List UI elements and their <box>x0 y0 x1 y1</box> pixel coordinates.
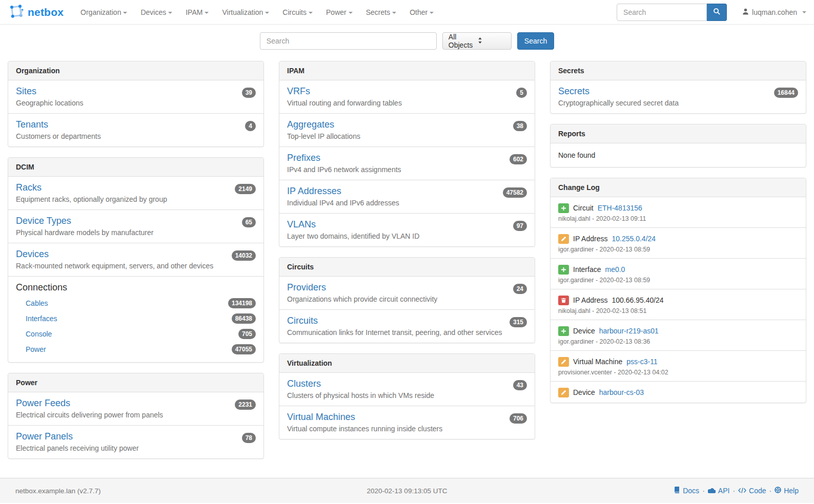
object-link[interactable]: 10.255.0.4/24 <box>612 233 656 244</box>
count-badge: 14032 <box>232 250 256 261</box>
pencil-icon <box>558 388 569 397</box>
count-badge: 97 <box>513 221 527 231</box>
changelog-line: IP Address 100.66.95.40/24 <box>558 295 798 306</box>
object-link[interactable]: harbour-r219-as01 <box>599 325 659 337</box>
object-link[interactable]: pss-c3-11 <box>626 356 657 367</box>
panel-dcim: DCIM Racks 2149 Equipment racks, optiona… <box>8 157 264 363</box>
menu-organization[interactable]: Organization <box>74 1 134 24</box>
item-description: Clusters of physical hosts in which VMs … <box>287 390 527 401</box>
changelog-meta: nikolaj.dahl - 2020-02-13 09:11 <box>558 215 798 222</box>
vrfs-link[interactable]: VRFs <box>287 86 310 97</box>
console-link[interactable]: Console <box>26 330 52 338</box>
object-link[interactable]: me0.0 <box>605 264 625 275</box>
navbar-right: luqman.cohen <box>617 4 806 21</box>
list-item-aggregates: Aggregates 38 Top-level IP allocations <box>279 113 535 146</box>
cables-link[interactable]: Cables <box>26 299 48 307</box>
list-item-device-types: Device Types 65 Physical hardware models… <box>8 209 263 243</box>
menu-secrets[interactable]: Secrets <box>359 1 403 24</box>
global-search-input[interactable] <box>260 32 437 50</box>
power-connections-link[interactable]: Power <box>26 345 46 353</box>
changelog-entry: IP Address 100.66.95.40/24 nikolaj.dahl … <box>551 289 806 320</box>
list-item-circuits: Circuits 315 Communication links for Int… <box>279 309 535 343</box>
count-badge: 43 <box>513 380 527 390</box>
panel-heading-power: Power <box>8 373 263 392</box>
book-icon <box>674 487 680 495</box>
object-link[interactable]: harbour-cs-03 <box>599 387 644 398</box>
item-description: Virtual routing and forwarding tables <box>287 98 527 108</box>
list-item-sites: Sites 39 Geographic locations <box>8 80 263 113</box>
panel-heading-dcim: DCIM <box>8 158 263 177</box>
item-description: Cryptographically secured secret data <box>558 98 798 108</box>
list-item-prefixes: Prefixes 602 IPv4 and IPv6 network assig… <box>279 146 535 180</box>
power-feeds-link[interactable]: Power Feeds <box>16 397 70 409</box>
changelog-meta: nikolaj.dahl - 2020-02-13 08:51 <box>558 307 798 314</box>
menu-power[interactable]: Power <box>319 1 359 24</box>
item-description: Electrical circuits delivering power fro… <box>16 410 256 420</box>
count-badge: 134198 <box>228 298 256 308</box>
menu-other[interactable]: Other <box>403 1 440 24</box>
chevron-down-icon <box>123 12 127 14</box>
providers-link[interactable]: Providers <box>287 282 326 293</box>
list-item-power-panels: Power Panels 78 Electrical panels receiv… <box>8 425 263 458</box>
aggregates-link[interactable]: Aggregates <box>287 119 334 130</box>
api-link[interactable]: API <box>708 487 730 495</box>
count-badge: 86438 <box>232 313 256 324</box>
changelog-meta: igor.gardiner - 2020-02-13 08:36 <box>558 338 798 345</box>
netbox-logo[interactable]: netbox <box>8 3 64 21</box>
object-type: IP Address <box>573 233 607 244</box>
secrets-link[interactable]: Secrets <box>558 86 589 97</box>
menu-circuits[interactable]: Circuits <box>276 1 319 24</box>
chevron-down-icon <box>309 12 313 14</box>
global-search-bar: All Objects Search <box>0 25 814 61</box>
navbar-search-input[interactable] <box>617 4 707 21</box>
power-panels-link[interactable]: Power Panels <box>16 431 73 442</box>
panel-changelog: Change Log Circuit ETH-4813156 nikolaj.d… <box>550 178 806 403</box>
separator: · <box>732 487 735 495</box>
separator: · <box>702 487 705 495</box>
virtual-machines-link[interactable]: Virtual Machines <box>287 411 355 423</box>
code-link[interactable]: Code <box>738 487 766 495</box>
count-badge: 4 <box>245 121 256 131</box>
devices-link[interactable]: Devices <box>16 248 49 260</box>
global-search-button[interactable]: Search <box>517 32 554 50</box>
item-description: Customers or departments <box>16 131 256 141</box>
separator: · <box>769 487 772 495</box>
circuits-link[interactable]: Circuits <box>287 315 318 326</box>
vlans-link[interactable]: VLANs <box>287 219 316 230</box>
racks-link[interactable]: Racks <box>16 182 42 193</box>
prefixes-link[interactable]: Prefixes <box>287 152 320 163</box>
count-badge: 315 <box>510 317 527 327</box>
navbar-search-button[interactable] <box>707 4 727 21</box>
navbar-search <box>617 4 727 21</box>
object-link[interactable]: ETH-4813156 <box>598 202 642 214</box>
menu-ipam[interactable]: IPAM <box>179 1 215 24</box>
list-item-tenants: Tenants 4 Customers or departments <box>8 113 263 146</box>
interfaces-link[interactable]: Interfaces <box>26 314 57 323</box>
list-item-ip-addresses: IP Addresses 47582 Individual IPv4 and I… <box>279 180 535 213</box>
object-type-select[interactable]: All Objects <box>442 32 512 50</box>
menu-virtualization[interactable]: Virtualization <box>215 1 276 24</box>
docs-link[interactable]: Docs <box>674 487 699 495</box>
life-ring-icon <box>775 487 781 495</box>
object-type-selected: All Objects <box>449 33 478 49</box>
panel-heading-ipam: IPAM <box>279 61 535 80</box>
count-badge: 602 <box>510 154 527 164</box>
clusters-link[interactable]: Clusters <box>287 378 321 389</box>
code-icon <box>738 487 746 495</box>
sites-link[interactable]: Sites <box>16 86 36 97</box>
menu-devices[interactable]: Devices <box>134 1 179 24</box>
tenants-link[interactable]: Tenants <box>16 119 48 130</box>
username: luqman.cohen <box>752 8 797 16</box>
user-menu[interactable]: luqman.cohen <box>742 8 806 16</box>
create-icon <box>558 203 569 213</box>
device-types-link[interactable]: Device Types <box>16 215 71 226</box>
panel-secrets: Secrets Secrets 16844 Cryptographically … <box>550 61 806 114</box>
panel-heading-organization: Organization <box>8 61 263 80</box>
ip-addresses-link[interactable]: IP Addresses <box>287 185 341 197</box>
list-item-providers: Providers 24 Organizations which provide… <box>279 277 535 309</box>
item-description: Physical hardware models by manufacturer <box>16 227 256 238</box>
item-description: Top-level IP allocations <box>287 131 527 141</box>
changelog-line: IP Address 10.255.0.4/24 <box>558 233 798 244</box>
column-right: Secrets Secrets 16844 Cryptographically … <box>550 61 806 413</box>
help-link[interactable]: Help <box>775 487 799 495</box>
